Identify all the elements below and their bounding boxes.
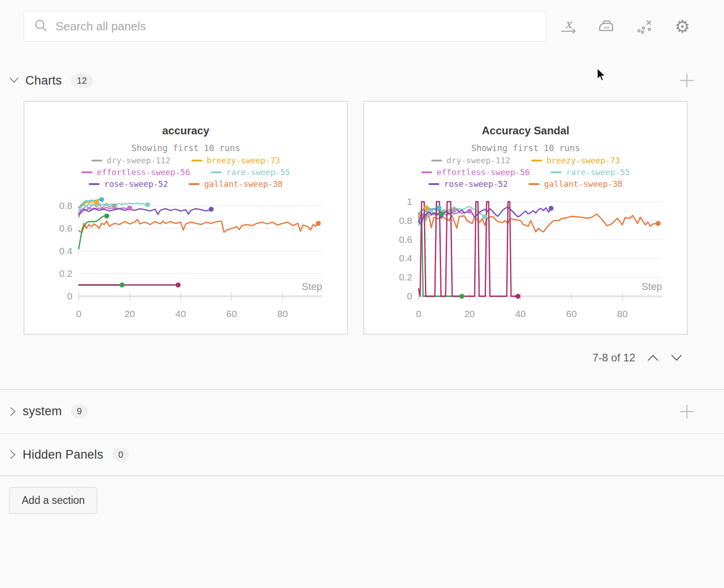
svg-text:20: 20	[124, 308, 135, 319]
svg-text:0.8: 0.8	[59, 200, 72, 211]
run-line-extra-maroon	[419, 202, 518, 296]
chart-title: Accuracy Sandal	[364, 102, 687, 137]
legend-item[interactable]: dry-sweep-112	[91, 155, 171, 166]
legend-item[interactable]: rare-sweep-55	[551, 166, 630, 178]
charts-pagination: 7-8 of 12	[0, 348, 724, 367]
svg-text:0: 0	[76, 308, 81, 319]
x-axis-settings-button[interactable]: x	[559, 18, 577, 36]
system-section-header[interactable]: system 9	[0, 390, 724, 433]
svg-text:Step: Step	[302, 281, 322, 292]
svg-text:0.4: 0.4	[399, 253, 413, 263]
search-icon	[34, 19, 48, 35]
legend-swatch	[211, 171, 222, 173]
section-divider	[0, 475, 724, 476]
legend-run-label: effortless-sweep-56	[97, 166, 190, 178]
legend-swatch	[421, 171, 432, 173]
run-end-dot-extra-sky	[99, 197, 104, 202]
outliers-scatter-icon	[636, 19, 653, 34]
legend-run-label: dry-sweep-112	[447, 155, 510, 166]
system-section-title: system	[23, 404, 62, 418]
svg-text:80: 80	[277, 308, 288, 319]
svg-text:0.8: 0.8	[399, 215, 412, 226]
smoothing-button[interactable]	[597, 18, 615, 36]
svg-text:0.6: 0.6	[399, 234, 412, 245]
hidden-panels-title: Hidden Panels	[23, 448, 103, 462]
page-up-button[interactable]	[647, 354, 659, 361]
run-end-dot-rare-sweep-55	[145, 202, 150, 207]
run-end-dot-extra-maroon	[176, 283, 181, 288]
chart-panel[interactable]: accuracy Showing first 10 runs dry-sweep…	[24, 101, 348, 335]
legend-run-label: gallant-sweep-38	[544, 178, 622, 190]
legend-item[interactable]: gallant-sweep-38	[189, 178, 282, 190]
legend-row: dry-sweep-112breezy-sweep-73	[364, 155, 687, 166]
search-input[interactable]	[56, 19, 536, 33]
add-panel-button[interactable]	[678, 71, 696, 90]
chevron-right-icon[interactable]	[9, 450, 16, 460]
legend-row: effortless-sweep-56rare-sweep-55	[364, 166, 687, 178]
run-line-gallant-sweep-38	[419, 213, 658, 232]
add-section-button[interactable]: Add a section	[9, 487, 97, 514]
legend-run-label: rose-sweep-52	[444, 178, 508, 190]
run-end-dot-effortless-sweep-56	[467, 209, 472, 213]
page-down-button[interactable]	[671, 354, 682, 361]
legend-item[interactable]: rare-sweep-55	[211, 166, 290, 178]
chart-legend: dry-sweep-112breezy-sweep-73effortless-s…	[364, 155, 687, 190]
chevron-down-icon[interactable]	[9, 77, 19, 84]
chart-legend: dry-sweep-112breezy-sweep-73effortless-s…	[24, 155, 347, 190]
legend-run-label: rare-sweep-55	[566, 166, 630, 178]
svg-text:0: 0	[407, 291, 412, 301]
legend-swatch	[189, 183, 200, 185]
charts-count-badge: 12	[71, 74, 93, 88]
settings-button[interactable]: ⚙	[673, 18, 691, 36]
run-end-dot-effortless-sweep-56	[127, 206, 132, 211]
charts-section-title: Charts	[25, 74, 62, 88]
gear-icon: ⚙	[675, 18, 690, 35]
run-end-dot-gallant-sweep-38	[656, 221, 661, 226]
legend-item[interactable]: gallant-sweep-38	[529, 178, 622, 190]
svg-text:60: 60	[226, 308, 237, 319]
legend-row: rose-sweep-52gallant-sweep-38	[24, 178, 347, 190]
legend-run-label: gallant-sweep-38	[204, 178, 282, 190]
chevron-right-icon[interactable]	[9, 407, 16, 417]
legend-swatch	[531, 160, 542, 161]
legend-run-label: rare-sweep-55	[226, 166, 290, 178]
svg-text:80: 80	[617, 308, 628, 319]
legend-swatch	[81, 171, 92, 173]
hidden-panels-section-header[interactable]: Hidden Panels 0	[0, 434, 724, 475]
add-panel-button[interactable]	[678, 403, 696, 421]
top-toolbar: x	[0, 0, 724, 42]
remove-outliers-button[interactable]	[635, 18, 653, 36]
line-chart: 02040608000.20.40.60.8Step	[24, 190, 347, 326]
svg-text:1: 1	[407, 196, 412, 207]
system-count-badge: 9	[71, 404, 88, 418]
run-end-dot-extra-maroon	[515, 294, 520, 299]
legend-item[interactable]: dry-sweep-112	[431, 155, 510, 166]
legend-item[interactable]: breezy-sweep-73	[191, 155, 281, 166]
svg-text:0.2: 0.2	[399, 272, 412, 282]
run-line-extra-green	[79, 216, 107, 249]
legend-item[interactable]: rose-sweep-52	[429, 178, 508, 190]
legend-item[interactable]: effortless-sweep-56	[81, 166, 190, 178]
search-panels-box[interactable]	[24, 11, 546, 42]
legend-item[interactable]: rose-sweep-52	[89, 178, 168, 190]
run-line-gallant-sweep-38	[79, 219, 318, 232]
svg-text:60: 60	[566, 308, 576, 319]
charts-section-header[interactable]: Charts 12	[0, 68, 724, 93]
legend-row: dry-sweep-112breezy-sweep-73	[24, 155, 347, 166]
svg-text:40: 40	[176, 308, 186, 319]
legend-item[interactable]: effortless-sweep-56	[421, 166, 530, 178]
pagination-label: 7-8 of 12	[592, 351, 635, 364]
chart-panels-row: accuracy Showing first 10 runs dry-sweep…	[0, 101, 724, 335]
svg-text:40: 40	[515, 308, 526, 319]
legend-swatch	[191, 160, 202, 161]
svg-text:20: 20	[464, 308, 475, 319]
legend-item[interactable]: breezy-sweep-73	[531, 155, 620, 166]
svg-text:0.4: 0.4	[59, 246, 73, 256]
run-end-dot-rose-sweep-52	[548, 206, 553, 211]
legend-swatch	[551, 171, 562, 173]
chart-panel[interactable]: Accuracy Sandal Showing first 10 runs dr…	[363, 101, 688, 335]
run-end-dot-extra-green	[439, 212, 444, 217]
run-end-dot-breezy-sweep-73	[94, 199, 99, 204]
run-end-dot-extra-green-flat	[119, 283, 124, 288]
svg-text:0: 0	[67, 291, 72, 301]
